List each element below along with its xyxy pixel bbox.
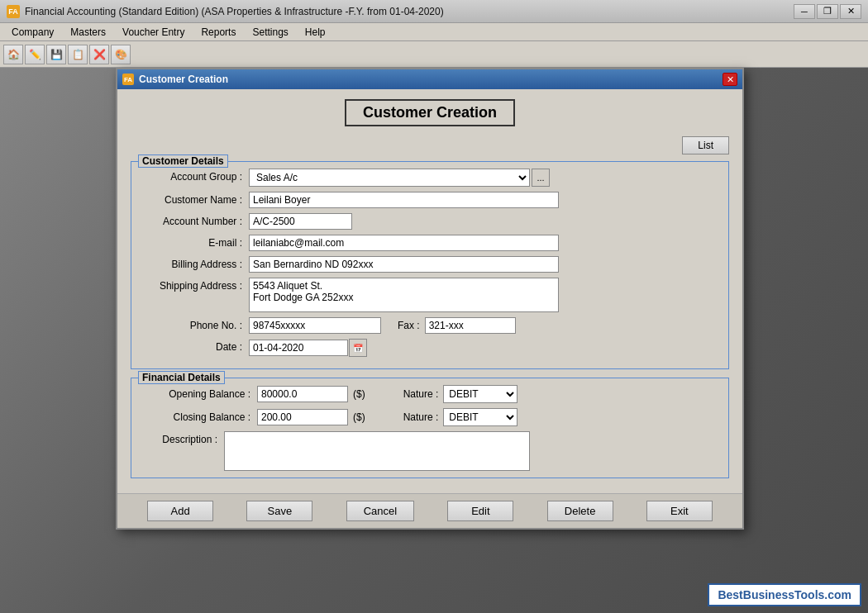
title-bar: FA Financial Accounting (Standard Editio… (0, 0, 868, 23)
list-button[interactable]: List (682, 136, 729, 154)
date-label: Date : (141, 339, 249, 353)
menu-help[interactable]: Help (297, 25, 334, 40)
account-number-row: Account Number : (141, 213, 718, 230)
description-row: Description : (141, 431, 718, 471)
customer-name-input[interactable] (249, 192, 559, 208)
toolbar-btn-4[interactable]: 📋 (68, 45, 88, 64)
closing-nature-select[interactable]: DEBIT CREDIT (443, 408, 517, 426)
account-group-select[interactable]: Sales A/c (249, 169, 530, 187)
dialog-content: Customer Creation List Customer Details … (117, 89, 742, 493)
opening-balance-input[interactable] (257, 386, 348, 402)
account-group-row: Account Group : Sales A/c ... (141, 169, 718, 187)
billing-address-input[interactable] (249, 256, 559, 273)
edit-button[interactable]: Edit (447, 501, 513, 521)
dialog-title-bar: FA Customer Creation ✕ (117, 69, 742, 89)
exit-button[interactable]: Exit (646, 501, 713, 521)
customer-creation-dialog: FA Customer Creation ✕ Customer Creation… (116, 68, 744, 530)
heading-text: Customer Creation (345, 99, 515, 126)
dialog-close-button[interactable]: ✕ (723, 73, 737, 86)
menu-reports[interactable]: Reports (193, 25, 244, 40)
app-title: Financial Accounting (Standard Edition) … (25, 6, 794, 17)
menu-voucher-entry[interactable]: Voucher Entry (114, 25, 193, 40)
email-row: E-mail : (141, 235, 718, 251)
opening-unit: ($) (353, 388, 365, 400)
account-group-label: Account Group : (141, 169, 249, 183)
shipping-address-input[interactable]: 5543 Aliquet St. Fort Dodge GA 252xxx (249, 278, 559, 312)
customer-details-section: Customer Details Account Group : Sales A… (131, 161, 729, 369)
description-input[interactable] (224, 431, 530, 471)
dialog-heading: Customer Creation (131, 99, 729, 126)
phone-input[interactable] (249, 317, 381, 334)
restore-button[interactable]: ❐ (817, 4, 838, 19)
add-button[interactable]: Add (147, 501, 213, 521)
email-input[interactable] (249, 235, 559, 251)
close-button[interactable]: ✕ (840, 4, 861, 19)
date-row: Date : 📅 (141, 339, 718, 357)
date-input[interactable] (249, 340, 348, 356)
dialog-icon: FA (122, 74, 134, 85)
list-button-row: List (131, 136, 729, 154)
toolbar-btn-1[interactable]: 🏠 (3, 45, 23, 64)
phone-label: Phone No. : (141, 317, 249, 331)
fax-input[interactable] (425, 317, 516, 334)
closing-balance-row: Closing Balance : ($) Nature : DEBIT CRE… (141, 408, 718, 426)
account-number-input[interactable] (249, 213, 352, 230)
shipping-address-row: Shipping Address : 5543 Aliquet St. Fort… (141, 278, 718, 312)
phone-fax-inner: Fax : (249, 317, 516, 334)
shipping-address-label: Shipping Address : (141, 278, 249, 292)
toolbar-btn-3[interactable]: 💾 (46, 45, 66, 64)
date-input-row: 📅 (249, 339, 367, 357)
description-label: Description : (141, 431, 224, 445)
customer-section-label: Customer Details (138, 154, 228, 168)
opening-balance-label: Opening Balance : (141, 388, 257, 400)
billing-address-row: Billing Address : (141, 256, 718, 273)
customer-name-label: Customer Name : (141, 192, 249, 206)
cancel-button[interactable]: Cancel (346, 501, 414, 521)
app-icon: FA (7, 5, 20, 18)
customer-name-row: Customer Name : (141, 192, 718, 208)
toolbar: 🏠 ✏️ 💾 📋 ❌ 🎨 (0, 41, 868, 68)
menu-bar: Company Masters Voucher Entry Reports Se… (0, 23, 868, 41)
billing-address-label: Billing Address : (141, 256, 249, 270)
account-group-dropdown-row: Sales A/c ... (249, 169, 550, 187)
toolbar-btn-5[interactable]: ❌ (89, 45, 109, 64)
account-number-label: Account Number : (141, 213, 249, 227)
dialog-title: Customer Creation (139, 74, 723, 85)
window-controls: ─ ❐ ✕ (794, 4, 861, 19)
opening-nature-label: Nature : (403, 388, 439, 400)
closing-nature-label: Nature : (403, 411, 439, 423)
menu-settings[interactable]: Settings (244, 25, 296, 40)
closing-unit: ($) (353, 411, 365, 423)
financial-details-section: Financial Details Opening Balance : ($) … (131, 378, 729, 478)
fax-label: Fax : (398, 320, 420, 331)
financial-section-label: Financial Details (138, 371, 225, 384)
toolbar-btn-2[interactable]: ✏️ (25, 45, 45, 64)
watermark: BestBusinessTools.com (708, 583, 861, 606)
closing-balance-label: Closing Balance : (141, 411, 257, 423)
menu-company[interactable]: Company (3, 25, 62, 40)
opening-balance-row: Opening Balance : ($) Nature : DEBIT CRE… (141, 385, 718, 403)
delete-button[interactable]: Delete (547, 501, 613, 521)
save-button[interactable]: Save (246, 501, 312, 521)
dialog-footer: Add Save Cancel Edit Delete Exit (117, 493, 742, 528)
closing-balance-input[interactable] (257, 409, 348, 425)
account-group-dots-button[interactable]: ... (532, 169, 550, 187)
phone-fax-row: Phone No. : Fax : (141, 317, 718, 334)
email-label: E-mail : (141, 235, 249, 249)
toolbar-btn-6[interactable]: 🎨 (111, 45, 131, 64)
minimize-button[interactable]: ─ (794, 4, 815, 19)
menu-masters[interactable]: Masters (62, 25, 114, 40)
opening-nature-select[interactable]: DEBIT CREDIT (443, 385, 517, 403)
calendar-button[interactable]: 📅 (349, 339, 367, 357)
